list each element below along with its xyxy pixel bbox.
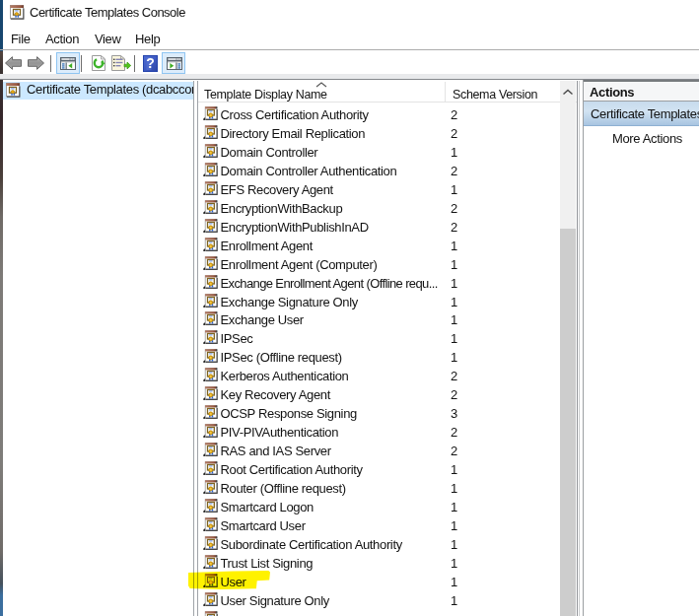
svg-text:?: ? [146,55,155,71]
